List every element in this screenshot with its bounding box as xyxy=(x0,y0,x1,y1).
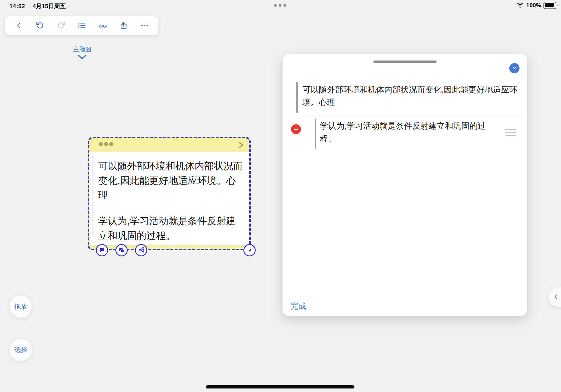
comment-quote-bar xyxy=(315,118,316,149)
card-expand-chevron-icon[interactable] xyxy=(237,141,245,151)
more-icon xyxy=(140,21,149,31)
card-dots-icon xyxy=(99,142,113,146)
drag-drop-button[interactable]: 拖放 xyxy=(10,296,32,318)
edit-panel: 可以随外部环境和机体内部状况而变化,因此能更好地适应环境。心理 学认为,学习活动… xyxy=(283,54,527,316)
excerpt-row[interactable]: 可以随外部环境和机体内部状况而变化,因此能更好地适应环境。心理 xyxy=(296,82,521,113)
battery-icon xyxy=(543,2,556,9)
map-title-chevron-down-icon[interactable] xyxy=(77,54,87,61)
undo-button[interactable] xyxy=(33,19,47,33)
back-button[interactable] xyxy=(12,19,26,33)
resize-triangle-icon xyxy=(246,247,253,254)
chevron-down-icon xyxy=(512,65,517,72)
share-icon xyxy=(120,21,128,30)
note-card-body: 可以随外部环境和机体内部状况而变化,因此能更好地适应环境。心理 学认为,学习活动… xyxy=(89,152,249,245)
scribble-icon xyxy=(98,21,107,31)
back-icon xyxy=(15,22,23,30)
home-indicator[interactable] xyxy=(206,385,354,388)
note-paragraph-1: 可以随外部环境和机体内部状况而变化,因此能更好地适应环境。心理 xyxy=(98,159,245,203)
minus-icon xyxy=(294,129,298,130)
merge-bubbles-icon xyxy=(118,247,125,254)
scribble-button[interactable] xyxy=(96,19,110,33)
wifi-icon xyxy=(516,2,524,9)
outline-button[interactable] xyxy=(75,19,89,33)
status-bar-right: 100% xyxy=(516,2,556,9)
merge-notes-button[interactable] xyxy=(115,244,128,256)
note-card[interactable]: 可以随外部环境和机体内部状况而变化,因此能更好地适应环境。心理 学认为,学习活动… xyxy=(88,137,251,250)
comment-bubble-icon xyxy=(99,247,105,254)
reorder-handle-icon[interactable] xyxy=(505,129,516,136)
link-branch-icon xyxy=(138,246,145,254)
outline-list-icon xyxy=(78,21,86,30)
resize-handle-button[interactable] xyxy=(243,244,256,256)
select-button[interactable]: 选择 xyxy=(10,339,32,361)
panel-collapse-button[interactable] xyxy=(509,63,520,73)
app-canvas: 14:52 4月15日周五 100% xyxy=(0,0,561,392)
panel-drag-handle[interactable] xyxy=(373,61,437,63)
multitask-dots-icon[interactable] xyxy=(274,4,286,7)
excerpt-quote-bar xyxy=(296,82,298,113)
more-button[interactable] xyxy=(138,19,152,33)
map-title[interactable]: 主脑图 xyxy=(65,45,100,53)
quote-bar xyxy=(92,155,94,238)
done-button[interactable]: 完成 xyxy=(290,301,306,311)
link-branch-button[interactable] xyxy=(135,244,147,256)
comment-button[interactable] xyxy=(96,244,108,256)
status-date: 4月15日周五 xyxy=(33,2,66,10)
battery-percent: 100% xyxy=(526,2,541,9)
delete-comment-button[interactable] xyxy=(291,124,301,134)
note-paragraph-2: 学认为,学习活动就是条件反射建立和巩固的过程。 xyxy=(98,214,245,243)
edge-collapse-tab[interactable] xyxy=(549,287,561,307)
comment-text[interactable]: 学认为,学习活动就是条件反射建立和巩固的过程。 xyxy=(320,120,501,145)
undo-icon xyxy=(36,21,44,30)
excerpt-text[interactable]: 可以随外部环境和机体内部状况而变化,因此能更好地适应环境。心理 xyxy=(302,83,521,113)
chevron-left-icon xyxy=(553,293,559,301)
redo-icon xyxy=(57,21,65,30)
status-bar-left: 14:52 4月15日周五 xyxy=(9,2,66,10)
divider xyxy=(304,115,525,115)
redo-button[interactable] xyxy=(54,19,68,33)
main-toolbar xyxy=(5,16,158,35)
share-button[interactable] xyxy=(117,19,131,33)
note-card-header[interactable] xyxy=(89,138,249,152)
status-time: 14:52 xyxy=(9,3,25,10)
